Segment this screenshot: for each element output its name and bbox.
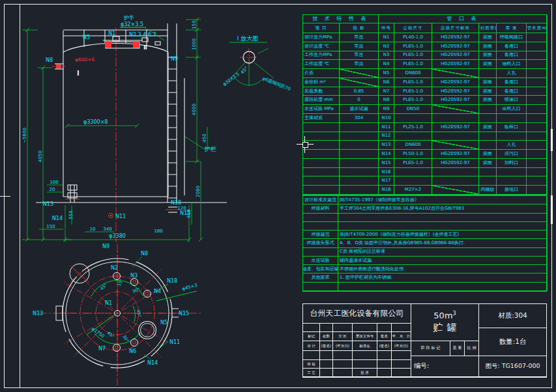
table-cell: N5 bbox=[379, 69, 394, 78]
dim-450: 450 bbox=[202, 133, 207, 142]
table-cell: N8 bbox=[379, 96, 394, 105]
table-cell: 突面 bbox=[479, 150, 497, 159]
plan-label-n15: N15 bbox=[179, 311, 189, 316]
manhole-size-label: φ600×6 bbox=[75, 57, 95, 63]
sign-date: (年月日) bbox=[333, 341, 353, 351]
table-cell: N2 bbox=[379, 42, 394, 51]
table-cell bbox=[303, 141, 340, 150]
plan-spray-label: φ45×3 bbox=[181, 283, 198, 292]
dim-20: 20 bbox=[50, 187, 55, 192]
nozzle-label-n9: N9 bbox=[171, 56, 178, 62]
table-cell bbox=[527, 105, 548, 114]
dim-4000: 4000 bbox=[192, 104, 197, 115]
dim-100: 100 bbox=[50, 180, 58, 185]
nozzle-col-size: 公称尺寸 bbox=[394, 23, 432, 33]
table-cell: N14 bbox=[379, 150, 394, 159]
table-cell: 装载系数 bbox=[303, 87, 340, 96]
detail-view: I 放大图 φ32X3.5 φ6圆钢间距70 45° bbox=[222, 35, 291, 92]
table-cell: 全容积 m³ bbox=[303, 78, 340, 87]
table-cell: 内螺纹 bbox=[479, 186, 497, 195]
table-cell: PL65-1.0 bbox=[394, 51, 432, 61]
table-cell: PL65-1.0 bbox=[394, 159, 432, 168]
table-cell: PL65-1.0 bbox=[394, 96, 432, 105]
sign-sig2: (签名) bbox=[377, 341, 392, 351]
table-cell: 0 bbox=[340, 96, 379, 105]
table-cell: 其他要求 bbox=[303, 273, 338, 282]
bottom-dia-label: φ3380 bbox=[109, 233, 126, 239]
table-cell: M27×2 bbox=[394, 186, 432, 195]
table-cell: N12 bbox=[379, 132, 394, 141]
nozzle-col-len: 接管长度mm bbox=[527, 23, 548, 33]
table-cell: N10 bbox=[379, 114, 394, 123]
table-cell bbox=[340, 69, 379, 78]
title-block: 台州天工医化设备有限公司 标记 处数 分 区 更改文件号 签名 年、月、日 设 … bbox=[302, 303, 547, 378]
table-cell bbox=[497, 168, 527, 177]
plan-view: N9 N8 N2 N3 N18 N4 N13 N15 N1 N5 N7 N6 N… bbox=[33, 244, 201, 385]
dim-2080: 2080 bbox=[196, 186, 201, 197]
table-cell bbox=[497, 132, 527, 141]
table-cell: 设计温度 ℃ bbox=[303, 42, 340, 51]
table-cell: N4 bbox=[379, 60, 394, 69]
plan-label-n7: N7 bbox=[98, 346, 106, 352]
table-cell: HG20592-97 bbox=[432, 96, 479, 105]
plan-label-n6: N6 bbox=[129, 348, 136, 354]
table-cell: PL65-1.0 bbox=[394, 42, 432, 51]
table-cell: 工作压力MPa bbox=[303, 51, 340, 61]
table-cell bbox=[340, 186, 379, 195]
plan-angle-4: 45° bbox=[106, 330, 115, 339]
table-cell bbox=[340, 132, 379, 141]
table-cell bbox=[497, 176, 527, 186]
table-cell: DN50 bbox=[394, 105, 432, 114]
rev-hdr-date: 年、月、日 bbox=[392, 332, 411, 341]
plan-label-n18: N18 bbox=[167, 278, 177, 284]
table-cell: 常压 bbox=[340, 51, 379, 61]
table-cell: 备用口 bbox=[497, 51, 527, 61]
table-cell bbox=[497, 114, 527, 123]
nozzle-group-label: N2.3.4.6.7 bbox=[129, 32, 156, 38]
sign-check: 审 核 bbox=[303, 360, 320, 369]
table-cell: HG20592-97 bbox=[432, 159, 479, 168]
table-cell bbox=[432, 141, 479, 150]
table-cell: N9 bbox=[379, 105, 394, 114]
table-cell: 腐蚀裕度 mm bbox=[303, 96, 340, 105]
table-cell: 呼吸阀接口 bbox=[497, 33, 527, 42]
dim-1000: 1000 bbox=[192, 38, 197, 50]
table-cell: 突面 bbox=[479, 33, 497, 42]
table-cell bbox=[432, 132, 479, 141]
table-cell bbox=[527, 42, 548, 51]
sign-date2: (年月日) bbox=[392, 341, 411, 351]
table-cell: DN600 bbox=[394, 69, 432, 78]
nozzle-table-title: 管 口 表 bbox=[379, 15, 548, 23]
table-cell: PL40-1.0 bbox=[394, 33, 432, 42]
table-cell: 突面 bbox=[479, 123, 497, 132]
table-cell: 突面 bbox=[479, 42, 497, 51]
sign-design: 设 计 bbox=[303, 341, 320, 351]
table-cell: 工作温度 ℃ bbox=[303, 60, 340, 69]
table-cell: HG20592-97 bbox=[432, 60, 479, 69]
plan-label-n3: N3 bbox=[130, 273, 138, 279]
sign-standard: 标准化 bbox=[353, 341, 377, 351]
code-cell: 编号: bbox=[411, 356, 479, 377]
table-cell bbox=[394, 114, 432, 123]
sign-approve: 批 准 bbox=[353, 369, 377, 377]
dim-550: 550 bbox=[68, 210, 74, 219]
nozzle-label-n5: N5 bbox=[83, 35, 90, 40]
drawing-sheet: 护手 φ32×3.5 N5 N1 N2.3.4.6.7 N8 N9 护栏 φ33… bbox=[0, 0, 556, 392]
table-cell: N7 bbox=[379, 87, 394, 96]
table-cell bbox=[527, 96, 548, 105]
rev-hdr-count: 处数 bbox=[320, 332, 333, 341]
table-cell bbox=[340, 150, 379, 159]
table-cell: N11 bbox=[379, 123, 394, 132]
table-cell: 取样口 bbox=[497, 123, 527, 132]
table-cell: 突面 bbox=[479, 78, 497, 87]
table-cell bbox=[527, 168, 548, 177]
table-cell bbox=[303, 159, 340, 168]
table-cell bbox=[303, 186, 340, 195]
table-cell: 罐内盛满水试漏. bbox=[338, 257, 548, 265]
table-cell bbox=[479, 114, 497, 123]
nozzle-label-n13: N13 bbox=[43, 201, 53, 207]
elevation-view: 护手 φ32×3.5 N5 N1 N2.3.4.6.7 N8 N9 护栏 φ33… bbox=[22, 15, 227, 242]
table-cell bbox=[527, 141, 548, 150]
product-cell: 50m3 贮罐 bbox=[411, 304, 479, 341]
table-cell: N16 bbox=[379, 168, 394, 177]
